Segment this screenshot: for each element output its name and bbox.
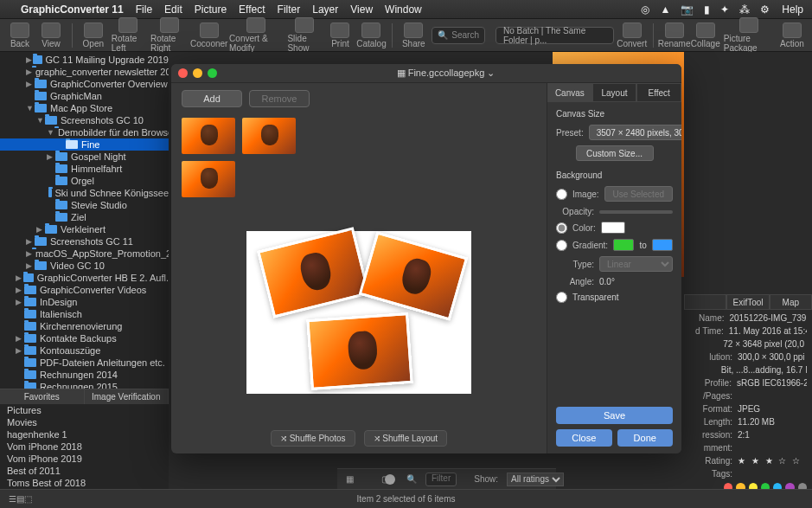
tree-item[interactable]: ▼Demobilder für den Browser [0, 126, 169, 138]
filter-input[interactable]: Filter [425, 473, 457, 486]
rotate-left-button[interactable]: Rotate Left [112, 17, 145, 53]
thumbnail[interactable] [182, 118, 235, 154]
menu-picture[interactable]: Picture [195, 3, 227, 16]
tree-item[interactable]: Ski und Schnee Königssee [0, 187, 169, 199]
thumbnail[interactable] [182, 161, 235, 197]
tree-item[interactable]: Himmelfahrt [0, 163, 169, 175]
tab-favorites[interactable]: Favorites [0, 389, 85, 404]
app-name[interactable]: GraphicConverter 11 [21, 3, 124, 16]
view-button[interactable]: View [38, 23, 64, 48]
tree-item[interactable]: ▶Screenshots GC 11 [0, 235, 169, 248]
close-window-icon[interactable] [178, 68, 188, 78]
tree-item[interactable]: ▼Mac App Store [0, 102, 169, 114]
view-mode-icon[interactable]: ☰ [9, 494, 16, 504]
tree-item[interactable]: ▶InDesign [0, 296, 169, 308]
rotate-right-button[interactable]: Rotate Right [150, 17, 189, 53]
tree-item[interactable]: ▶Verkleinert [0, 223, 169, 235]
tree-item[interactable]: Orgel [0, 175, 169, 187]
slideshow-button[interactable]: Slide Show [287, 17, 322, 53]
favorite-item[interactable]: Best of 2011 [0, 465, 169, 477]
tree-item[interactable]: Kirchenrenovierung [0, 320, 169, 332]
picture-package-button[interactable]: Picture Package [724, 17, 774, 53]
info-tab-general[interactable] [684, 294, 726, 310]
tree-item[interactable]: Rechnungen 2014 [0, 369, 169, 381]
minimize-window-icon[interactable] [193, 68, 202, 78]
convert-action[interactable]: Convert [619, 23, 645, 48]
bg-color-radio[interactable] [556, 222, 567, 234]
view-mode-icon[interactable]: ▤ [16, 494, 24, 504]
cocooner-button[interactable]: Cocooner [194, 23, 224, 48]
menu-edit[interactable]: Edit [164, 3, 182, 16]
rename-button[interactable]: Rename [661, 23, 687, 48]
tree-item[interactable]: ▶GraphicConverter Overview [0, 78, 169, 90]
dialog-titlebar[interactable]: ▦ Fine.gccollagepkg ⌄ [171, 64, 681, 83]
tree-item[interactable]: ▶Kontakte Backups [0, 332, 169, 344]
tree-item[interactable]: ▶GraphicConverter HB E 2. Aufl. [0, 272, 169, 284]
gradient-start-swatch[interactable] [613, 239, 634, 251]
status-icon[interactable]: 📷 [681, 3, 694, 16]
use-selected-button[interactable]: Use Selected [604, 186, 673, 202]
save-button[interactable]: Save [556, 407, 673, 424]
favorite-item[interactable]: Movies [0, 416, 169, 428]
tab-effect[interactable]: Effect [636, 83, 681, 102]
convert-button[interactable]: Convert & Modify [229, 17, 282, 53]
tree-item[interactable]: ▶graphic_converter newsletter 20 [0, 66, 169, 78]
remove-button[interactable]: Remove [249, 90, 310, 107]
tree-item[interactable]: Stevie Studio [0, 199, 169, 211]
search-input[interactable]: 🔍 Search [432, 27, 485, 44]
back-button[interactable]: Back [7, 23, 33, 48]
menu-help[interactable]: Help [782, 3, 803, 16]
tree-item[interactable]: PDF-Dateien Anleitungen etc. [0, 357, 169, 369]
tree-item[interactable]: ▼Screenshots GC 10 [0, 114, 169, 126]
catalog-button[interactable]: Catalog [358, 23, 384, 48]
bg-gradient-radio[interactable] [556, 240, 567, 251]
bg-image-radio[interactable] [556, 189, 567, 200]
preset-select[interactable]: 3507 × 2480 pixels, 300 ppi [589, 125, 681, 140]
favorite-item[interactable]: hagenhenke 1 [0, 428, 169, 440]
menu-window[interactable]: Window [385, 3, 422, 16]
favorite-item[interactable]: Pictures [0, 404, 169, 416]
status-icon[interactable]: ▲ [660, 3, 670, 16]
tree-item[interactable]: Rechnungen 2015 [0, 381, 169, 389]
color-swatch[interactable] [601, 222, 625, 234]
bg-transparent-radio[interactable] [556, 292, 567, 303]
opacity-slider[interactable] [599, 210, 673, 214]
menu-file[interactable]: File [136, 3, 152, 16]
status-icon[interactable]: ⁂ [739, 3, 750, 16]
collage-photo[interactable] [359, 231, 469, 320]
gradient-end-swatch[interactable] [652, 239, 673, 251]
done-button[interactable]: Done [617, 429, 674, 447]
tab-layout[interactable]: Layout [592, 83, 637, 102]
collage-button[interactable]: Collage [693, 23, 719, 48]
custom-size-button[interactable]: Custom Size... [576, 145, 654, 161]
ratings-select[interactable]: All ratings [507, 473, 564, 486]
info-tab-map[interactable]: Map [770, 294, 812, 310]
share-button[interactable]: Share [400, 23, 426, 48]
tree-item[interactable]: Fine [0, 138, 169, 151]
print-button[interactable]: Print [327, 23, 353, 48]
tree-item[interactable]: ▶GraphicConverter Videos [0, 284, 169, 296]
tree-item[interactable]: ▶Gospel Night [0, 151, 169, 163]
info-tab-exiftool[interactable]: ExifTool [726, 294, 769, 310]
status-icon[interactable]: ✦ [720, 3, 729, 16]
tree-item[interactable]: ▶Video GC 10 [0, 260, 169, 272]
shuffle-layout-button[interactable]: ⤨ Shuffle Layout [364, 430, 448, 447]
shuffle-photos-button[interactable]: ⤨ Shuffle Photos [271, 430, 355, 447]
batch-select[interactable]: No Batch | The Same Folder | p... [496, 27, 614, 44]
tree-item[interactable]: ▶macOS_AppStore_Promotion_20 [0, 248, 169, 260]
menu-filter[interactable]: Filter [278, 3, 301, 16]
gradient-type-select[interactable]: Linear [599, 256, 673, 272]
tab-image-verification[interactable]: Image Verification [85, 389, 169, 404]
status-icon[interactable]: ◎ [641, 3, 649, 16]
tree-item[interactable]: Ziel [0, 211, 169, 223]
tree-item[interactable]: GraphicMan [0, 90, 169, 102]
menu-view[interactable]: View [350, 3, 373, 16]
action-button[interactable]: Action [779, 23, 805, 48]
menu-layer[interactable]: Layer [312, 3, 338, 16]
tree-item[interactable]: ▶GC 11 Mailing Upgrade 2019 [0, 54, 169, 66]
menu-effect[interactable]: Effect [239, 3, 265, 16]
collage-photo[interactable] [306, 312, 412, 389]
grid-icon[interactable]: ▦ [346, 474, 354, 484]
collage-canvas[interactable] [246, 231, 471, 394]
zoom-window-icon[interactable] [208, 68, 217, 78]
